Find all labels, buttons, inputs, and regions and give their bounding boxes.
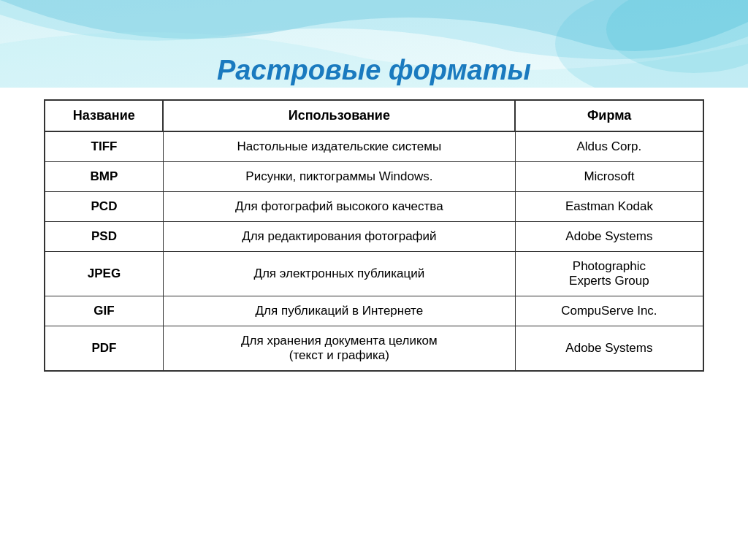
table-row: PSDДля редактирования фотографийAdobe Sy… bbox=[45, 222, 703, 252]
cell-firm: CompuServe Inc. bbox=[515, 296, 703, 326]
cell-firm: Microsoft bbox=[515, 162, 703, 192]
cell-format-name: PDF bbox=[45, 326, 163, 372]
cell-usage: Рисунки, пиктограммы Windows. bbox=[163, 162, 515, 192]
cell-format-name: TIFF bbox=[45, 131, 163, 162]
page-content: Растровые форматы Название Использование… bbox=[0, 0, 748, 386]
table-row: BMPРисунки, пиктограммы Windows.Microsof… bbox=[45, 162, 703, 192]
table-row: PCDДля фотографий высокого качестваEastm… bbox=[45, 192, 703, 222]
header-name: Название bbox=[45, 100, 163, 131]
cell-format-name: PSD bbox=[45, 222, 163, 252]
header-usage: Использование bbox=[163, 100, 515, 131]
cell-firm: Aldus Corp. bbox=[515, 131, 703, 162]
cell-firm: Eastman Kodak bbox=[515, 192, 703, 222]
page-title: Растровые форматы bbox=[217, 55, 531, 86]
cell-firm: Adobe Systems bbox=[515, 222, 703, 252]
cell-format-name: GIF bbox=[45, 296, 163, 326]
cell-format-name: PCD bbox=[45, 192, 163, 222]
table-row: TIFFНастольные издательские системыAldus… bbox=[45, 131, 703, 162]
cell-format-name: BMP bbox=[45, 162, 163, 192]
cell-usage: Для хранения документа целиком(текст и г… bbox=[163, 326, 515, 372]
cell-usage: Для редактирования фотографий bbox=[163, 222, 515, 252]
cell-firm: PhotographicExperts Group bbox=[515, 252, 703, 296]
cell-usage: Настольные издательские системы bbox=[163, 131, 515, 162]
table-header-row: Название Использование Фирма bbox=[45, 100, 703, 131]
table-row: PDFДля хранения документа целиком(текст … bbox=[45, 326, 703, 372]
cell-usage: Для публикаций в Интернете bbox=[163, 296, 515, 326]
cell-usage: Для электронных публикаций bbox=[163, 252, 515, 296]
cell-format-name: JPEG bbox=[45, 252, 163, 296]
table-row: JPEGДля электронных публикацийPhotograph… bbox=[45, 252, 703, 296]
table-row: GIFДля публикаций в ИнтернетеCompuServe … bbox=[45, 296, 703, 326]
cell-firm: Adobe Systems bbox=[515, 326, 703, 372]
cell-usage: Для фотографий высокого качества bbox=[163, 192, 515, 222]
header-firm: Фирма bbox=[515, 100, 703, 131]
formats-table: Название Использование Фирма TIFFНастоль… bbox=[44, 99, 704, 372]
